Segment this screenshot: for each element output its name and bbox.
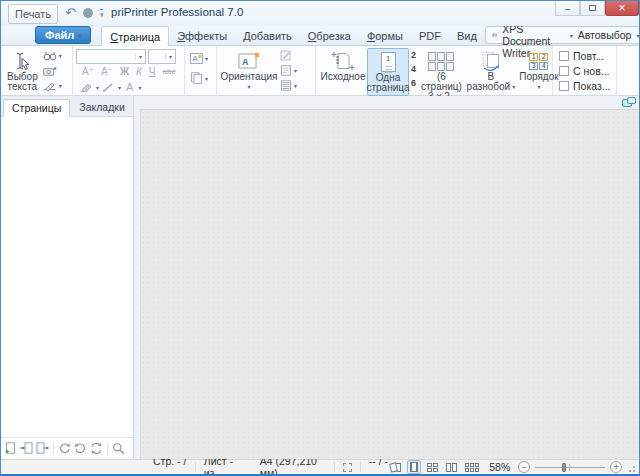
chevron-down-icon[interactable]: ▾ (96, 84, 99, 91)
undo-icon[interactable]: ↶ (65, 6, 76, 20)
copy-pages-button[interactable]: ▾ (190, 72, 208, 85)
chevron-down-icon[interactable]: ▾ (118, 84, 121, 91)
page-lines-button[interactable]: ▾ (280, 79, 297, 92)
zoom-percent[interactable]: 58% (489, 461, 510, 473)
tab-label: Эффекты (177, 30, 227, 42)
chevron-down-icon: ▾ (247, 82, 250, 92)
rotate-cw-icon[interactable] (58, 442, 71, 455)
printer-selector[interactable]: Microsoft XPS Document Writer ▾ Автовыбо… (485, 26, 640, 44)
app-window: Печать ↶ ▾ priPrinter Professional 7.0 –… (0, 0, 640, 476)
preview-canvas[interactable] (140, 109, 639, 459)
tab-vid[interactable]: Вид (449, 26, 485, 45)
rotate-180-icon[interactable] (90, 442, 103, 455)
insert-page-before-icon[interactable] (20, 442, 33, 455)
sidebar-tab-bookmarks[interactable]: Закладки (71, 99, 132, 116)
checkbox-new-page[interactable]: С нов... (559, 65, 611, 77)
chevron-down-icon[interactable]: ▾ (636, 32, 639, 39)
tab-label: Формы (367, 30, 403, 42)
italic-button[interactable]: К (134, 65, 144, 79)
print-button[interactable]: Печать (8, 4, 58, 24)
tab-formy[interactable]: Формы (359, 26, 411, 45)
one-page-button[interactable]: 1 Одна страница (367, 48, 409, 96)
shuffle-button[interactable]: В разнобой▾ (465, 48, 517, 94)
view-multi-pages-button[interactable] (463, 462, 481, 473)
chevron-down-icon[interactable]: ▾ (138, 84, 141, 91)
sidebar-tab-pages[interactable]: Страницы (3, 99, 70, 117)
preview-panel-toggle-icon[interactable] (622, 97, 636, 108)
view-thumbnails-button[interactable] (425, 462, 440, 473)
tab-stranica[interactable]: Страница (101, 26, 169, 46)
bold-button[interactable]: Ж (118, 65, 131, 79)
maximize-button[interactable] (580, 1, 605, 16)
customize-quick-access-icon[interactable]: ▾ (100, 9, 104, 18)
search-button[interactable]: ▾ (43, 49, 62, 62)
zoom-slider[interactable] (535, 462, 605, 473)
divider (107, 443, 108, 455)
preview-area[interactable] (134, 96, 639, 459)
pages-thumbnail-list[interactable] (1, 117, 133, 437)
tab-label: Страница (110, 31, 160, 43)
chevron-down-icon[interactable]: ▾ (570, 32, 573, 39)
strikethrough-button[interactable]: abc (161, 65, 178, 79)
file-menu-button[interactable]: Файл ▾ (35, 26, 91, 44)
zoom-slider-handle[interactable] (562, 463, 566, 472)
count-4[interactable]: 4 (411, 64, 416, 74)
chevron-down-icon: ▾ (537, 82, 540, 92)
zoom-in-button[interactable]: + (610, 461, 622, 473)
pen-icon[interactable] (102, 83, 115, 92)
insert-page-after-icon[interactable] (36, 442, 49, 455)
tab-label: PDF (419, 30, 441, 42)
page-edit-button[interactable] (280, 49, 297, 62)
page-lines-icon (280, 80, 292, 91)
view-single-page-button[interactable] (407, 460, 421, 474)
zoom-out-button[interactable]: − (518, 461, 530, 473)
font-size-select[interactable]: ▾ (148, 49, 176, 64)
selection-bounds-icon[interactable] (343, 463, 352, 472)
resize-grip[interactable] (628, 462, 635, 472)
font-decrease-button[interactable]: А⁻ (99, 65, 115, 79)
redo-icon[interactable] (83, 8, 93, 18)
tab-effekty[interactable]: Эффекты (169, 26, 235, 45)
view-flip-button[interactable] (388, 462, 403, 473)
tab-pdf[interactable]: PDF (411, 26, 449, 45)
font-family-select[interactable]: ▾ (76, 49, 146, 64)
svg-text:А: А (242, 57, 249, 67)
watermark-button[interactable]: А ▾ (190, 52, 208, 65)
close-button[interactable]: × (605, 1, 639, 16)
ribbon: Выбор текста ▾ ▾ ▾ (1, 46, 639, 96)
add-page-icon[interactable] (4, 442, 17, 455)
order-cell: 2 (539, 53, 548, 61)
original-layout-icon (331, 51, 355, 72)
sign-icon (43, 81, 57, 91)
page-number: 1 (386, 54, 390, 63)
chevron-down-icon: ▾ (135, 53, 145, 60)
tab-obrezka[interactable]: Обрезка (300, 26, 359, 45)
window-title: priPrinter Professional 7.0 (111, 6, 243, 18)
count-6[interactable]: 6 (411, 78, 416, 88)
restore-icon (589, 5, 596, 11)
watermark-icon: А (190, 53, 203, 64)
page-setup-button[interactable]: ▾ (280, 64, 297, 77)
checkbox-repeat[interactable]: Повт... (559, 50, 611, 62)
font-color-button[interactable]: А (124, 80, 135, 94)
view-mode-buttons (388, 460, 481, 474)
six-pages-label-1: (6 страниц) (421, 72, 462, 92)
zoom-icon[interactable] (112, 442, 125, 455)
count-2[interactable]: 2 (411, 50, 416, 60)
minimize-button[interactable]: – (555, 1, 580, 16)
original-layout-button[interactable]: Исходное (319, 48, 367, 84)
select-text-button[interactable]: Выбор текста (4, 48, 41, 94)
highlighter-icon[interactable] (80, 83, 93, 92)
checkbox-show[interactable]: Показ... (559, 80, 611, 92)
tab-label: Обрезка (308, 30, 351, 42)
rotate-ccw-icon[interactable] (74, 442, 87, 455)
measure-button[interactable]: ▾ (43, 79, 62, 92)
orientation-button[interactable]: А Ориентация ▾ (220, 48, 278, 94)
ribbon-spacer (617, 46, 639, 95)
font-increase-button[interactable]: А⁺ (80, 65, 96, 79)
statusbar: Стр. - / - Лист - из - A4 (297,210 мм) -… (1, 459, 639, 474)
snapshot-button[interactable] (43, 64, 62, 77)
view-two-pages-button[interactable] (444, 462, 459, 473)
underline-button[interactable]: Ч (147, 65, 158, 79)
tab-dobavit[interactable]: Добавить (235, 26, 300, 45)
